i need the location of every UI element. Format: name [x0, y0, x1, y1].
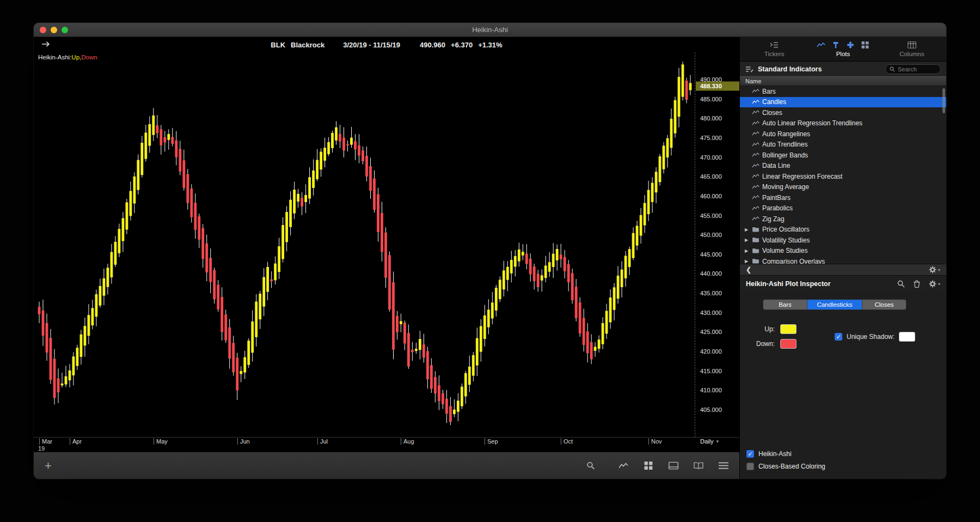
collapse-panel-button[interactable]: ❮: [746, 266, 751, 274]
timeframe-dropdown[interactable]: Daily ▾: [695, 438, 739, 452]
legend-up: Up,: [71, 54, 81, 60]
column-header-label: Name: [745, 78, 761, 84]
indicator-row[interactable]: Moving Average: [740, 182, 946, 193]
shadow-color-swatch[interactable]: [899, 332, 915, 342]
indicators-header: Standard Indicators: [740, 62, 946, 76]
down-color-swatch[interactable]: [780, 339, 797, 349]
indicator-row[interactable]: ▶Volatility Studies: [740, 235, 946, 246]
search-icon[interactable]: [897, 280, 905, 288]
indicator-label: Auto Trendlines: [762, 141, 807, 148]
month-label: Nov: [648, 438, 662, 445]
indicator-row[interactable]: Auto Rangelines: [740, 129, 946, 139]
indicator-row[interactable]: Bars: [740, 86, 946, 97]
plot-option-checkboxes: ✓Heikin-AshiCloses-Based Coloring: [740, 450, 946, 479]
indicator-row[interactable]: ▶Comparison Overlays: [740, 256, 946, 264]
month-label: Mar: [39, 438, 52, 445]
tab-label: Plots: [836, 51, 850, 57]
columns-table-icon: [908, 41, 916, 48]
chart-panel-icon[interactable]: [669, 462, 678, 470]
price-tick-label: 425.000: [700, 329, 722, 335]
tab-tickers[interactable]: Tickers: [740, 37, 808, 61]
segment-candlesticks[interactable]: Candlesticks: [807, 300, 862, 309]
window-title: Heikin-Ashi: [472, 26, 508, 34]
unique-shadow-checkbox[interactable]: ✓: [835, 333, 842, 341]
disclosure-triangle-icon[interactable]: ▶: [740, 248, 752, 253]
indicator-row[interactable]: Candles: [740, 97, 946, 108]
price-tick-label: 480.000: [700, 115, 722, 122]
up-color-swatch[interactable]: [780, 324, 797, 334]
line-plot-icon: [817, 41, 825, 48]
plot-line-icon: [752, 110, 762, 116]
month-label: Aug: [401, 438, 414, 445]
disclosure-triangle-icon[interactable]: ▶: [740, 227, 752, 232]
unchecked-checkbox[interactable]: [746, 463, 754, 470]
month-labels[interactable]: 19 MarAprMayJunJulAugSepOctNov: [34, 438, 695, 452]
scrollbar-thumb[interactable]: [942, 88, 945, 113]
inspector-gear-menu[interactable]: ▾: [929, 266, 940, 274]
checked-checkbox[interactable]: ✓: [746, 450, 754, 458]
price-axis[interactable]: 488.330 405.000410.000415.000420.000425.…: [695, 52, 739, 437]
indicator-row[interactable]: Auto Trendlines: [740, 139, 946, 150]
disclosure-triangle-icon[interactable]: ▶: [740, 238, 752, 242]
tab-columns[interactable]: Columns: [878, 37, 946, 61]
candlestick-chart[interactable]: [34, 52, 695, 437]
add-button[interactable]: +: [45, 460, 52, 471]
plot-line-icon: [752, 216, 762, 222]
indicator-label: Comparison Overlays: [762, 258, 825, 264]
segment-bars[interactable]: Bars: [763, 300, 807, 309]
indicator-label: Linear Regression Forecast: [762, 173, 842, 180]
trash-icon[interactable]: [913, 280, 921, 288]
indicator-row[interactable]: Linear Regression Forecast: [740, 171, 946, 182]
plot-line-icon: [752, 99, 762, 105]
price-tick-label: 440.000: [700, 270, 722, 277]
price-tick-label: 435.000: [700, 290, 722, 296]
color-settings: Up: Down: ✓ Unique Shadow:: [740, 324, 946, 349]
tab-label: Columns: [899, 51, 924, 57]
close-window-button[interactable]: [40, 27, 46, 33]
indicator-row[interactable]: Data Line: [740, 161, 946, 172]
indicator-row[interactable]: Closes: [740, 107, 946, 118]
indicator-row[interactable]: ▶Price Oscillators: [740, 224, 946, 235]
indicator-row[interactable]: Auto Linear Regression Trendlines: [740, 118, 946, 129]
plot-line-icon: [752, 142, 762, 148]
zoom-icon[interactable]: [586, 462, 596, 470]
disclosure-triangle-icon[interactable]: ▶: [740, 259, 752, 264]
list-menu-icon[interactable]: [719, 462, 728, 470]
book-icon[interactable]: [694, 462, 703, 470]
down-color-label: Down:: [752, 340, 775, 348]
name-column-header[interactable]: Name: [740, 76, 946, 86]
minimize-window-button[interactable]: [51, 27, 57, 33]
price-tick-label: 410.000: [700, 387, 722, 393]
indicator-label: Auto Linear Regression Trendlines: [762, 119, 862, 127]
grid-layout-icon[interactable]: [644, 462, 653, 470]
indicator-row[interactable]: Parabolics: [740, 203, 946, 214]
zoom-window-button[interactable]: [62, 27, 68, 33]
indicator-label: Zig Zag: [762, 215, 785, 223]
hammer-icon: [831, 41, 840, 48]
indicator-row[interactable]: ▶Volume Studies: [740, 246, 946, 257]
inspector-settings-menu[interactable]: ▾: [929, 280, 940, 288]
titlebar[interactable]: Heikin-Ashi: [34, 23, 946, 37]
month-label: Jul: [317, 438, 328, 445]
sidebar: Tickers Plots Columns: [739, 37, 946, 479]
sidebar-tabs: Tickers Plots Columns: [740, 37, 946, 62]
indicator-row[interactable]: Bollinger Bands: [740, 150, 946, 161]
price-tick-label: 445.000: [700, 251, 722, 258]
time-axis[interactable]: 19 MarAprMayJunJulAugSepOctNov Daily ▾: [34, 437, 739, 452]
indicator-row[interactable]: PaintBars: [740, 192, 946, 203]
indicator-row[interactable]: Zig Zag: [740, 214, 946, 224]
chart-canvas[interactable]: Heikin-Ashi:Up,Down: [34, 52, 695, 437]
tab-plots[interactable]: Plots: [808, 37, 877, 61]
up-color-label: Up:: [752, 325, 775, 333]
segment-closes[interactable]: Closes: [862, 300, 906, 309]
indicator-search[interactable]: [885, 64, 941, 74]
indicators-title: Standard Indicators: [758, 65, 881, 73]
price-tick-label: 455.000: [700, 213, 722, 219]
ticker-change-percent: +1.31%: [478, 41, 502, 49]
jump-arrow-icon[interactable]: [41, 41, 51, 47]
search-input[interactable]: [898, 66, 936, 72]
gear-flower-icon: [846, 41, 855, 48]
line-chart-icon[interactable]: [618, 462, 628, 470]
checkbox-row: ✓Heikin-Ashi: [746, 450, 946, 458]
tab-label: Tickers: [764, 51, 785, 57]
